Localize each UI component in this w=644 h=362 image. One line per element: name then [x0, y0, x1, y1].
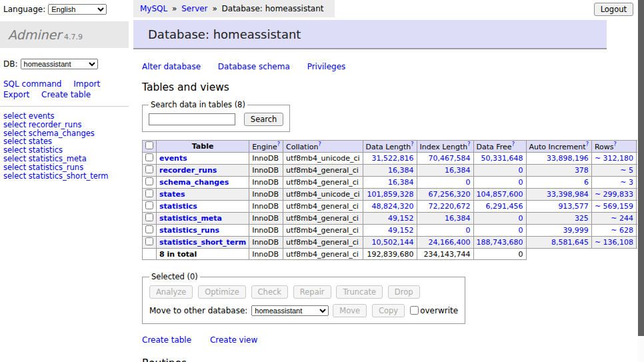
data-free-link[interactable]: 0 [519, 166, 523, 175]
rows-count-link[interactable]: ~ 136,108 [595, 238, 633, 247]
index-length-link[interactable]: 16,384 [445, 214, 471, 223]
index-length-link[interactable]: 72,220,672 [429, 202, 471, 211]
data-length-link[interactable]: 16,384 [388, 178, 414, 187]
data-free-link[interactable]: 6,291,456 [486, 202, 523, 211]
index-length-link[interactable]: 16,384 [445, 166, 471, 175]
auto-increment-link[interactable]: 33,398,984 [547, 190, 589, 199]
help-icon[interactable]: ? [467, 141, 470, 147]
optimize-button[interactable]: Optimize [198, 285, 246, 299]
selected-buttons-row: Analyze Optimize Check Repair Truncate D… [149, 285, 458, 299]
export-link[interactable]: Export [3, 90, 29, 99]
routines-heading: Routines [142, 357, 607, 362]
table-name-link[interactable]: events [159, 154, 187, 163]
auto-increment-link[interactable]: 325 [575, 214, 589, 223]
help-icon[interactable]: ? [613, 141, 616, 147]
breadcrumb-server-link[interactable]: Server [181, 4, 207, 13]
data-length-link[interactable]: 101,859,328 [367, 190, 414, 199]
copy-button[interactable]: Copy [372, 304, 405, 317]
logout-button[interactable]: Logout [594, 3, 633, 16]
breadcrumb-separator: » [212, 4, 217, 13]
index-length-link[interactable]: 0 [466, 178, 471, 187]
check-button[interactable]: Check [251, 285, 288, 299]
tables-and-views-heading: Tables and views [142, 81, 607, 93]
create-table-link[interactable]: Create table [142, 335, 191, 345]
data-free-link[interactable]: 188,743,680 [477, 238, 523, 247]
alter-database-link[interactable]: Alter database [142, 62, 201, 71]
row-checkbox[interactable] [145, 201, 153, 209]
create-view-link[interactable]: Create view [210, 335, 257, 345]
language-row: Language:English [0, 0, 129, 18]
breadcrumb-mysql-link[interactable]: MySQL [140, 4, 167, 13]
db-select[interactable]: homeassistant [21, 59, 98, 69]
row-checkbox[interactable] [145, 225, 153, 233]
table-name-link[interactable]: recorder_runs [159, 166, 217, 175]
scrollbar-thumb[interactable] [638, 0, 644, 336]
search-input[interactable] [149, 113, 235, 125]
rows-count-link[interactable]: ~ 628 [611, 226, 633, 235]
data-free-link[interactable]: 0 [519, 214, 523, 223]
select-all-checkbox[interactable] [145, 141, 153, 149]
table-name-link[interactable]: statistics_meta [159, 214, 222, 223]
auto-increment-link[interactable]: 913,577 [558, 202, 589, 211]
table-name-link[interactable]: states [159, 190, 185, 199]
auto-increment-link[interactable]: 6 [584, 178, 589, 187]
import-link[interactable]: Import [73, 79, 100, 89]
table-name-link[interactable]: statistics_runs [159, 226, 219, 235]
auto-increment-link[interactable]: 378 [575, 166, 589, 175]
create-table-link-sidebar[interactable]: Create table [41, 90, 91, 99]
help-icon[interactable]: ? [277, 141, 280, 147]
overwrite-checkbox[interactable] [410, 306, 419, 315]
data-free-link[interactable]: 50,331,648 [481, 154, 523, 163]
analyze-button[interactable]: Analyze [149, 285, 193, 299]
table-name-link[interactable]: schema_changes [159, 178, 229, 187]
move-database-select[interactable]: homeassistant [251, 305, 329, 316]
database-schema-link[interactable]: Database schema [218, 62, 290, 71]
rows-count-link[interactable]: ~ 299,833 [595, 190, 633, 199]
row-checkbox[interactable] [145, 237, 153, 245]
data-length-link[interactable]: 31,522,816 [372, 154, 414, 163]
move-button[interactable]: Move [333, 304, 367, 317]
auto-increment-link[interactable]: 33,898,196 [547, 154, 589, 163]
table-name-link[interactable]: statistics [159, 202, 197, 211]
row-checkbox[interactable] [145, 189, 153, 197]
search-button[interactable]: Search [244, 113, 284, 126]
rows-count-link[interactable]: ~ 312,180 [595, 154, 633, 163]
scrollbar-track[interactable] [637, 0, 644, 362]
table-link-statistics-short-term[interactable]: statistics_short_term [29, 171, 109, 181]
index-length-link[interactable]: 67,256,320 [429, 190, 471, 199]
table-name-link[interactable]: statistics_short_term [159, 238, 246, 247]
help-icon[interactable]: ? [512, 141, 515, 147]
data-length-link[interactable]: 49,152 [388, 226, 414, 235]
help-icon[interactable]: ? [586, 141, 589, 147]
rows-count-link[interactable]: ~ 5 [620, 166, 633, 175]
data-length-link[interactable]: 16,384 [388, 166, 414, 175]
index-length-link[interactable]: 24,166,400 [429, 238, 471, 247]
language-select[interactable]: English [48, 4, 107, 15]
breadcrumb-separator: » [172, 4, 177, 13]
index-length-link[interactable]: 70,467,584 [429, 154, 471, 163]
data-length-link[interactable]: 10,502,144 [372, 238, 414, 247]
select-link[interactable]: select [3, 171, 26, 181]
auto-increment-link[interactable]: 39,999 [563, 226, 589, 235]
repair-button[interactable]: Repair [293, 285, 331, 299]
data-length-link[interactable]: 48,824,320 [372, 202, 414, 211]
auto-increment-link[interactable]: 8,581,645 [551, 238, 589, 247]
row-checkbox[interactable] [145, 177, 153, 185]
data-free-link[interactable]: 104,857,600 [477, 190, 523, 199]
truncate-button[interactable]: Truncate [336, 285, 383, 299]
data-free-link[interactable]: 0 [519, 178, 523, 187]
row-checkbox[interactable] [145, 165, 153, 173]
row-checkbox[interactable] [145, 213, 153, 221]
data-free-link[interactable]: 0 [519, 226, 523, 235]
rows-count-link[interactable]: ~ 3 [620, 178, 633, 187]
row-checkbox[interactable] [145, 153, 153, 161]
data-length-link[interactable]: 49,152 [388, 214, 414, 223]
privileges-link[interactable]: Privileges [307, 62, 346, 71]
index-length-link[interactable]: 0 [466, 226, 471, 235]
sql-command-link[interactable]: SQL command [3, 79, 61, 89]
rows-count-link[interactable]: ~ 569,159 [595, 202, 633, 211]
drop-button[interactable]: Drop [388, 285, 420, 299]
help-icon[interactable]: ? [318, 141, 321, 147]
help-icon[interactable]: ? [411, 141, 413, 147]
rows-count-link[interactable]: ~ 244 [611, 214, 633, 223]
